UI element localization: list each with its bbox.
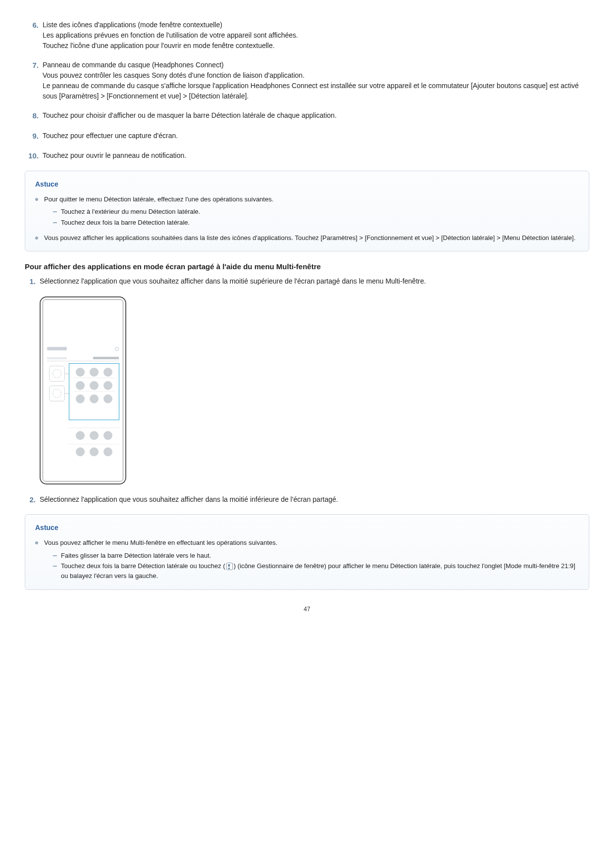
list-number: 10. <box>25 150 39 162</box>
section-heading: Pour afficher des applications en mode é… <box>25 261 589 273</box>
page-number: 47 <box>25 605 589 614</box>
app-icon <box>76 394 85 403</box>
list-number: 7. <box>25 60 39 71</box>
list-number: 8. <box>25 110 39 122</box>
item6-p1: Les applications prévues en fonction de … <box>43 31 298 39</box>
item9-text: Touchez pour effectuer une capture d'écr… <box>43 131 587 141</box>
tip1-bullet-1: Pour quitter le menu Détection latérale,… <box>35 194 579 228</box>
tip1-bullet-2: Vous pouvez afficher les applications so… <box>35 233 579 243</box>
list-number: 1. <box>25 276 36 288</box>
app-icon <box>76 431 85 440</box>
item10-text: Touchez pour ouvrir le panneau de notifi… <box>43 150 587 161</box>
app-icon <box>103 368 112 377</box>
list-number: 6. <box>25 20 39 31</box>
app-icon <box>90 368 99 377</box>
tip2-dash-2: Touchez deux fois la barre Détection lat… <box>53 561 579 580</box>
step2-text: Sélectionnez l'application que vous souh… <box>40 494 587 505</box>
phone-illustration <box>40 296 589 484</box>
split-bottom-slot-icon <box>49 386 65 401</box>
item6-title: Liste des icônes d'applications (mode fe… <box>43 21 222 29</box>
item6-p2: Touchez l'icône d'une application pour l… <box>43 42 275 49</box>
step1-text: Sélectionnez l'application que vous souh… <box>40 276 587 287</box>
tip-title: Astuce <box>35 179 579 190</box>
tip2-b1-text: Vous pouvez afficher le menu Multi-fenêt… <box>44 539 277 546</box>
tip1-dash-2: Touchez deux fois la barre Détection lat… <box>53 218 579 228</box>
list-body: Panneau de commande du casque (Headphone… <box>43 60 587 101</box>
app-icon <box>76 368 85 377</box>
item7-p1: Vous pouvez contrôler les casques Sony d… <box>43 71 305 79</box>
app-icon <box>103 394 112 403</box>
item7-title: Panneau de commande du casque (Headphone… <box>43 61 224 69</box>
selection-highlight <box>69 363 119 420</box>
list-body: Liste des icônes d'applications (mode fe… <box>43 20 587 51</box>
tip-box-2: Astuce Vous pouvez afficher le menu Mult… <box>25 514 589 590</box>
split-top-slot-icon <box>49 366 65 382</box>
tip2-dash-1: Faites glisser la barre Détection latéra… <box>53 551 579 561</box>
app-icon <box>103 447 112 456</box>
app-icon <box>76 447 85 456</box>
tip2-bullet-1: Vous pouvez afficher le menu Multi-fenêt… <box>35 538 579 580</box>
label-placeholder <box>47 347 67 350</box>
tab-inactive <box>47 356 83 361</box>
tip-box-1: Astuce Pour quitter le menu Détection la… <box>25 171 589 251</box>
app-icon <box>90 447 99 456</box>
gear-icon <box>115 347 119 351</box>
app-icon <box>90 381 99 390</box>
tip1-b1-text: Pour quitter le menu Détection latérale,… <box>44 195 273 203</box>
numbered-list-steps: 1. Sélectionnez l'application que vous s… <box>25 276 589 288</box>
numbered-list-main: 6. Liste des icônes d'applications (mode… <box>25 20 589 162</box>
app-icon <box>103 381 112 390</box>
item8-text: Touchez pour choisir d'afficher ou de ma… <box>43 110 587 121</box>
list-number: 9. <box>25 131 39 142</box>
item7-p2: Le panneau de commande du casque s'affic… <box>43 82 579 100</box>
app-icon <box>103 431 112 440</box>
list-number: 2. <box>25 494 36 506</box>
tip2-d2-a: Touchez deux fois la barre Détection lat… <box>61 562 223 570</box>
tab-active <box>83 356 119 361</box>
numbered-list-steps-2: 2. Sélectionnez l'application que vous s… <box>25 494 589 506</box>
app-icon <box>90 394 99 403</box>
app-icon <box>90 431 99 440</box>
app-icon <box>76 381 85 390</box>
tip1-dash-1: Touchez à l'extérieur du menu Détection … <box>53 207 579 217</box>
window-manager-icon <box>226 563 233 570</box>
tip-title: Astuce <box>35 523 579 533</box>
